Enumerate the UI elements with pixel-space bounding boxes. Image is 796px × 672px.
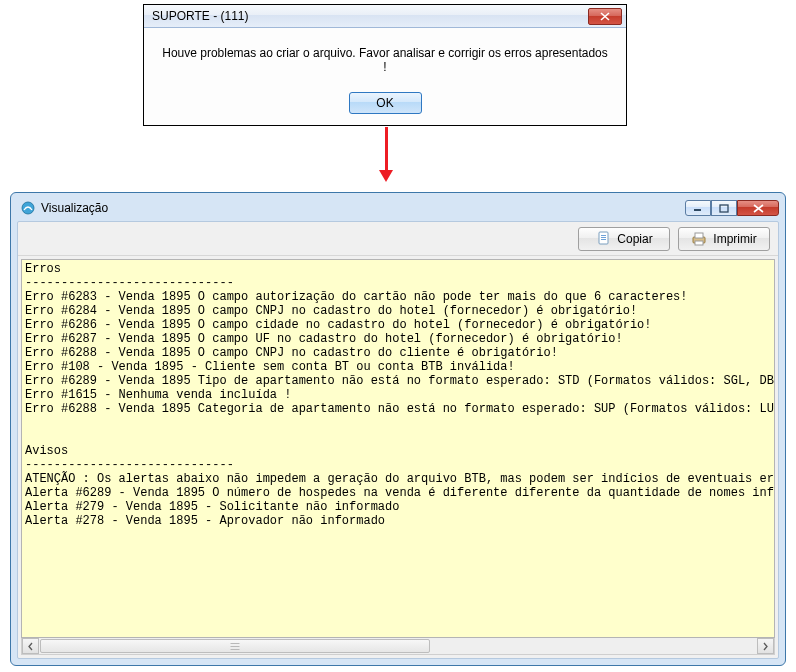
viewer-titlebar[interactable]: Visualização	[17, 199, 779, 221]
svg-rect-5	[601, 235, 606, 236]
minimize-icon	[693, 204, 703, 212]
arrow-annotation	[384, 127, 388, 182]
close-icon	[753, 204, 764, 213]
close-button[interactable]	[588, 8, 622, 25]
viewer-text-area[interactable]: Erros ----------------------------- Erro…	[21, 259, 775, 638]
print-button[interactable]: Imprimir	[678, 227, 770, 251]
alert-message: Houve problemas ao criar o arquivo. Favo…	[160, 46, 610, 74]
scroll-right-button[interactable]	[757, 638, 774, 654]
svg-rect-9	[695, 233, 703, 238]
copy-icon	[595, 231, 611, 247]
scroll-thumb[interactable]	[40, 639, 430, 653]
maximize-button[interactable]	[711, 200, 737, 216]
ok-button[interactable]: OK	[349, 92, 422, 114]
close-icon	[600, 12, 610, 21]
viewer-window: Visualização	[10, 192, 786, 666]
scroll-left-button[interactable]	[22, 638, 39, 654]
viewer-content-wrap: Erros ----------------------------- Erro…	[18, 256, 778, 658]
alert-dialog-titlebar[interactable]: SUPORTE - (111)	[144, 5, 626, 28]
alert-dialog: SUPORTE - (111) Houve problemas ao criar…	[143, 4, 627, 126]
print-icon	[691, 231, 707, 247]
viewer-title: Visualização	[41, 201, 680, 215]
app-icon	[20, 200, 36, 216]
copy-button-label: Copiar	[617, 232, 652, 246]
svg-rect-10	[695, 241, 703, 245]
chevron-left-icon	[27, 642, 34, 651]
viewer-toolbar: Copiar Imprimir	[18, 222, 778, 256]
minimize-button[interactable]	[685, 200, 711, 216]
close-button[interactable]	[737, 200, 779, 216]
svg-rect-2	[694, 209, 701, 211]
window-controls	[685, 200, 779, 216]
viewer-inner: Copiar Imprimir Erros ------------------…	[17, 221, 779, 659]
alert-dialog-body: Houve problemas ao criar o arquivo. Favo…	[144, 28, 626, 120]
horizontal-scrollbar[interactable]	[21, 638, 775, 655]
copy-button[interactable]: Copiar	[578, 227, 670, 251]
svg-rect-3	[720, 205, 728, 212]
chevron-right-icon	[762, 642, 769, 651]
svg-rect-7	[601, 239, 606, 240]
maximize-icon	[719, 204, 729, 213]
print-button-label: Imprimir	[713, 232, 756, 246]
alert-dialog-title: SUPORTE - (111)	[152, 9, 588, 23]
svg-rect-6	[601, 237, 606, 238]
